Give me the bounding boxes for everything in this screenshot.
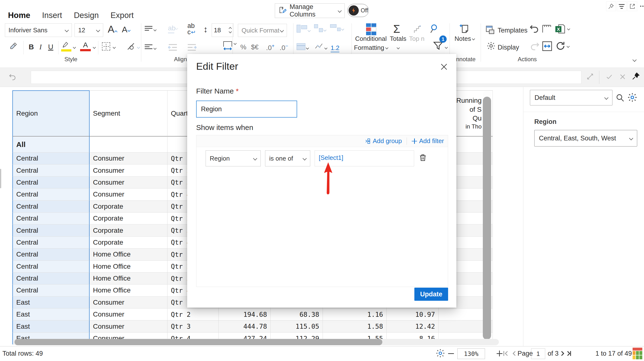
first-page-button[interactable] [502,350,509,359]
chevron-down-icon[interactable] [73,46,76,49]
table-cell-v2[interactable]: 68.38 [271,308,323,320]
row-height-stepper[interactable]: 18 [212,23,234,37]
region-values-dropdown[interactable]: Central, East, South, West [534,130,637,147]
table-cell-region[interactable]: Central [12,273,90,284]
last-page-button[interactable] [565,350,572,359]
table-cell-region[interactable]: Central [12,153,90,164]
table-cell-segment[interactable]: Home Office [90,248,168,260]
table-cell-segment[interactable] [90,137,168,153]
table-cell-region[interactable]: Central [12,237,90,248]
column-header-segment[interactable]: Segment [90,90,168,137]
notes-button[interactable]: Notes [450,35,479,43]
font-color-button[interactable]: A [80,41,91,51]
update-button[interactable]: Update [414,288,448,301]
manage-columns-button[interactable]: Manage Columns [275,4,345,18]
table-cell-region[interactable]: Central [12,284,90,296]
increase-indent-button[interactable] [187,43,196,53]
table-cell-region[interactable]: Central [12,177,90,189]
page-number-input[interactable]: 1 [531,348,545,359]
decrease-indent-button[interactable] [168,43,178,53]
status-settings-button[interactable] [436,348,445,360]
tab-export[interactable]: Export [110,11,134,20]
modal-close-button[interactable] [440,63,448,72]
add-filter-button[interactable]: Add filter [412,137,444,145]
format-painter-button[interactable] [9,42,18,52]
table-cell-segment[interactable]: Consumer [90,297,168,308]
table-cell-v1[interactable]: 194.68 [219,308,271,320]
diagonal-strike-button[interactable] [126,42,136,52]
zoom-out-button[interactable] [448,350,454,357]
table-cell-segment[interactable]: Corporate [90,213,168,224]
tab-design[interactable]: Design [74,11,99,20]
zoom-level-box[interactable]: 130% [457,348,485,359]
chevron-down-icon[interactable] [229,30,232,33]
table-cell-region[interactable]: Central [12,224,90,236]
remove-decimal-button[interactable]: .0− [280,43,288,52]
filter-name-input[interactable] [196,101,297,118]
increase-font-button[interactable]: A [108,24,117,35]
layout-button[interactable] [330,24,344,32]
table-cell-v4[interactable]: 10.97 [387,308,439,320]
table-cell-v3[interactable]: 1.16 [323,308,387,320]
table-cell-region[interactable]: Central [12,213,90,224]
underline-button[interactable]: U [48,43,54,51]
pin-formula-bar-icon[interactable] [632,72,640,81]
vertical-scrollbar-thumb[interactable] [483,97,491,340]
italic-button[interactable]: I [39,43,42,51]
table-cell-quarter[interactable]: Qtr 2 [168,308,219,320]
fit-width-button[interactable] [542,41,552,53]
table-cell-region[interactable]: Central [12,261,90,273]
table-cell-segment[interactable]: Consumer [90,308,168,320]
panel-settings-button[interactable] [627,92,638,104]
table-cell-segment[interactable]: Consumer [90,177,168,189]
table-cell-region[interactable]: Central [12,201,90,213]
horizontal-scrollbar-thumb[interactable] [14,339,382,345]
power-toggle[interactable]: Off [347,4,369,17]
chevron-down-icon[interactable] [137,46,140,49]
more-options-button[interactable] [638,2,644,11]
table-cell-region[interactable]: East [12,320,90,332]
expand-formula-icon[interactable] [586,73,594,81]
display-button[interactable]: Display [498,44,519,51]
table-cell-segment[interactable]: Consumer [90,320,168,332]
table-cell-segment[interactable]: Corporate [90,201,168,213]
filter-column-select[interactable]: Region [206,150,261,166]
font-size-select[interactable]: 12 [74,23,103,37]
filter-operator-select[interactable]: is one of [265,150,310,166]
tab-insert[interactable]: Insert [42,11,62,20]
vertical-align-button[interactable] [145,25,156,33]
table-cell-region[interactable]: East [12,297,90,308]
decrease-font-button[interactable]: A [122,25,130,34]
formula-undo-icon[interactable] [8,73,16,82]
sparkline-button[interactable] [314,43,327,51]
filter-lines-button[interactable] [617,2,626,11]
table-cell-v2[interactable]: 115.05 [271,320,323,332]
tab-home[interactable]: Home [8,11,30,20]
column-width-button[interactable] [223,41,232,52]
wrap-text-button[interactable]: ab c [188,23,195,35]
collapse-ribbon-chevron[interactable] [632,58,637,62]
table-cell-segment[interactable]: Consumer [90,153,168,164]
merge-cells-button[interactable] [297,43,308,51]
highlight-color-button[interactable] [61,41,71,52]
hierarchy-button[interactable] [314,24,326,33]
undo-button[interactable] [529,24,540,35]
font-family-select[interactable]: Inforiver Sans [5,23,72,37]
refresh-button[interactable] [556,41,566,52]
chevron-down-icon[interactable] [93,46,96,49]
percent-format-button[interactable]: % [240,43,246,51]
add-group-button[interactable]: Add group [365,137,402,145]
table-cell-quarter[interactable]: Qtr 3 [168,320,219,332]
table-cell-segment[interactable]: Consumer [90,164,168,176]
table-cell-region[interactable]: East [12,308,90,320]
view-selector[interactable]: Default [530,90,612,105]
table-cell-segment[interactable]: Corporate [90,237,168,248]
templates-button[interactable]: Templates [498,27,528,34]
table-cell-v1[interactable]: 444.78 [219,320,271,332]
focus-mode-button[interactable] [628,2,637,11]
table-cell-segment[interactable]: Home Office [90,261,168,273]
add-decimal-button[interactable]: .0+ [266,43,274,52]
wrap-off-button[interactable]: ab [168,24,178,33]
table-cell-segment[interactable]: Corporate [90,224,168,236]
column-header-region[interactable]: Region [12,90,90,137]
